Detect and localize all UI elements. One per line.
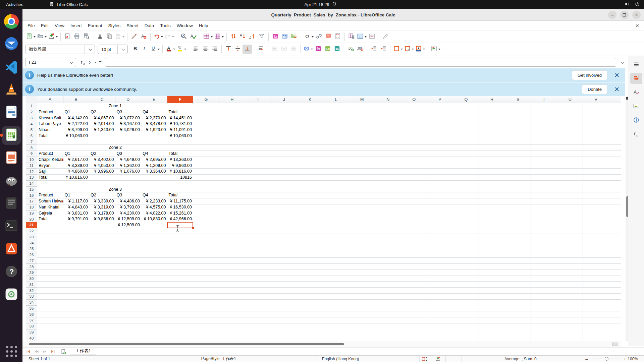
row-header-18[interactable]: 18 — [26, 204, 37, 210]
border-color-button[interactable] — [415, 45, 426, 54]
cell-B4[interactable]: ¥ 2,122.00 — [63, 121, 90, 127]
cell-E18[interactable]: ¥ 4,575.00 — [141, 204, 167, 210]
bold-button[interactable]: B — [130, 45, 140, 54]
cell-B12[interactable]: ¥ 4,860.00 — [63, 169, 90, 175]
row-header-13[interactable]: 13 — [26, 175, 37, 181]
row-header-25[interactable]: 25 — [26, 246, 37, 252]
row-header-36[interactable]: 36 — [26, 311, 37, 317]
column-header-L[interactable]: L — [323, 96, 350, 103]
cell-B10[interactable]: ¥ 2,617.00 — [63, 157, 90, 163]
activities-button[interactable]: Activities — [0, 0, 29, 9]
cell-F2[interactable]: Total — [167, 109, 194, 115]
cell-F3[interactable]: ¥ 14,451.00 — [167, 115, 194, 121]
row-header-3[interactable]: 3 — [26, 115, 37, 121]
language-status[interactable]: English (Hong Kong) — [316, 356, 420, 362]
row-header-6[interactable]: 6 — [26, 133, 37, 139]
cell-B2[interactable]: Q1 — [63, 109, 90, 115]
sheet-number-status[interactable]: Sheet 1 of 1 — [22, 356, 155, 362]
dock-app-impress[interactable] — [2, 149, 21, 168]
column-header-G[interactable]: G — [193, 96, 219, 103]
cell-C20[interactable]: ¥ 9,836.00 — [89, 216, 115, 222]
valign-center-button[interactable] — [233, 45, 243, 54]
row-header-21[interactable]: 21 — [26, 222, 37, 228]
cells-layer[interactable]: Zone 1ProductQ1Q2Q3Q4TotalKhewra Salt¥ 4… — [37, 103, 621, 341]
dock-app-calc[interactable] — [2, 126, 21, 145]
special-character-dropdown-icon[interactable] — [312, 36, 314, 38]
delete-decimal-button[interactable]: .00 — [356, 45, 365, 54]
currency-button[interactable] — [303, 45, 314, 54]
autofilter-button[interactable] — [257, 32, 266, 42]
close-button[interactable]: × — [632, 11, 641, 19]
cell-C16[interactable]: Q2 — [89, 192, 115, 198]
cell-D18[interactable]: ¥ 3,793.00 — [115, 204, 142, 210]
previous-sheet-icon[interactable] — [33, 348, 41, 355]
cell-A20[interactable]: Total — [37, 216, 63, 222]
menu-styles[interactable]: Styles — [105, 21, 124, 30]
cell-F18[interactable]: ¥ 16,530.00 — [167, 204, 194, 210]
column-header-N[interactable]: N — [375, 96, 401, 103]
active-cell-selection[interactable] — [167, 222, 194, 228]
cell-A15[interactable]: Zone 3 — [37, 187, 193, 193]
cell-E16[interactable]: Q4 — [141, 192, 167, 198]
cell-F19[interactable]: ¥ 15,261.00 — [167, 210, 194, 217]
copy-button[interactable] — [105, 32, 114, 42]
borders-dropdown-icon[interactable] — [401, 49, 403, 50]
font-color-button[interactable]: A — [165, 45, 176, 54]
font-size-combobox[interactable]: 10 pt — [98, 45, 128, 54]
indent-decrease-button[interactable] — [379, 45, 388, 54]
minimize-button[interactable]: – — [608, 11, 616, 19]
cell-A2[interactable]: Product — [37, 109, 63, 115]
cell-E10[interactable]: ¥ 2,695.00 — [141, 157, 167, 163]
cell-E9[interactable]: Q4 — [141, 151, 167, 157]
cell-B17[interactable]: ¥ 1,117.00 — [63, 198, 90, 204]
clock-menu[interactable]: Apr 21 18:29 — [304, 1, 337, 8]
cell-D20[interactable]: ¥ 12,509.00 — [115, 216, 142, 222]
font-name-combobox[interactable]: 微软雅黑 — [25, 45, 95, 54]
border-style-button[interactable] — [404, 45, 415, 54]
cell-D12[interactable]: ¥ 1,076.00 — [115, 169, 142, 175]
row-header-2[interactable]: 2 — [26, 109, 37, 115]
row-header-11[interactable]: 11 — [26, 163, 37, 169]
underline-button[interactable]: U — [149, 45, 160, 54]
row-header-23[interactable]: 23 — [26, 234, 37, 240]
name-box[interactable]: F21 — [25, 58, 76, 67]
row-header-26[interactable]: 26 — [26, 252, 37, 258]
cell-E5[interactable]: ¥ 1,923.00 — [141, 127, 167, 133]
column-header-partial[interactable] — [609, 96, 621, 103]
row-header-31[interactable]: 31 — [26, 282, 37, 288]
indent-increase-button[interactable] — [369, 45, 379, 54]
export-pdf-button[interactable] — [63, 32, 72, 42]
cell-A9[interactable]: Product — [37, 151, 63, 157]
first-sheet-icon[interactable] — [24, 348, 33, 355]
headers-footers-button[interactable] — [333, 32, 342, 42]
cell-A18[interactable]: Nan Khatai — [37, 204, 63, 210]
row-header-15[interactable]: 15 — [26, 187, 37, 193]
print-preview-button[interactable] — [82, 32, 91, 42]
donate-button[interactable]: Donate — [582, 84, 607, 94]
cell-F16[interactable]: Total — [167, 192, 194, 198]
row-header-16[interactable]: 16 — [26, 192, 37, 198]
align-right-button[interactable] — [210, 45, 219, 54]
cell-F4[interactable]: ¥ 10,781.00 — [167, 121, 194, 127]
row-header-4[interactable]: 4 — [26, 121, 37, 127]
save-button[interactable] — [47, 32, 58, 42]
menu-data[interactable]: Data — [142, 21, 157, 30]
spreadsheet-grid[interactable]: ABCDEFGHIJKLMNOPQRSTUV 12345678910111213… — [26, 96, 621, 341]
column-header-B[interactable]: B — [63, 96, 90, 103]
cell-E20[interactable]: ¥ 10,830.00 — [141, 216, 167, 222]
italic-button[interactable]: I — [140, 45, 149, 54]
cell-B18[interactable]: ¥ 4,843.00 — [63, 204, 90, 210]
cell-B11[interactable]: ¥ 3,339.00 — [63, 163, 90, 169]
cell-A8[interactable]: Zone 2 — [37, 145, 193, 151]
split-window-dropdown-icon[interactable] — [365, 36, 367, 38]
insert-rows-dropdown-icon[interactable] — [211, 36, 213, 38]
menu-view[interactable]: View — [52, 21, 67, 30]
row-header-1[interactable]: 1 — [26, 103, 37, 109]
row-header-29[interactable]: 29 — [26, 270, 37, 276]
show-applications-icon[interactable] — [4, 344, 19, 359]
new-button[interactable] — [25, 32, 36, 42]
dock-app-vscode[interactable] — [2, 58, 21, 76]
row-header-17[interactable]: 17 — [26, 198, 37, 204]
row-header-30[interactable]: 30 — [26, 276, 37, 282]
sum-icon[interactable]: Σ — [88, 58, 96, 67]
